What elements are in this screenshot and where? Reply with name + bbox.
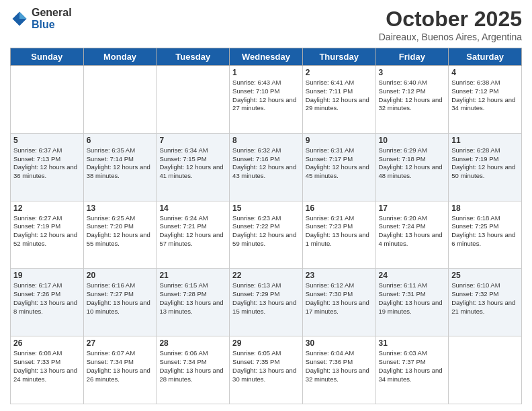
day-number: 25 — [451, 271, 519, 280]
day-info: Sunrise: 6:25 AM Sunset: 7:20 PM Dayligh… — [87, 214, 154, 248]
day-number: 19 — [13, 271, 81, 280]
day-number: 8 — [232, 136, 300, 145]
day-header-friday: Friday — [375, 48, 449, 66]
calendar-cell: 28Sunrise: 6:06 AM Sunset: 7:34 PM Dayli… — [157, 336, 230, 404]
day-number: 13 — [87, 203, 154, 213]
month-title: October 2025 — [379, 7, 522, 32]
day-info: Sunrise: 6:40 AM Sunset: 7:12 PM Dayligh… — [379, 79, 446, 113]
calendar: SundayMondayTuesdayWednesdayThursdayFrid… — [10, 48, 522, 404]
calendar-cell — [83, 66, 157, 134]
day-number: 7 — [159, 136, 226, 145]
day-number: 26 — [13, 338, 81, 348]
day-number: 4 — [451, 68, 519, 77]
calendar-cell: 2Sunrise: 6:41 AM Sunset: 7:11 PM Daylig… — [302, 66, 375, 134]
day-number: 27 — [87, 338, 154, 348]
day-info: Sunrise: 6:11 AM Sunset: 7:31 PM Dayligh… — [379, 281, 446, 316]
day-info: Sunrise: 6:29 AM Sunset: 7:18 PM Dayligh… — [379, 146, 446, 181]
calendar-cell: 12Sunrise: 6:27 AM Sunset: 7:19 PM Dayli… — [11, 201, 84, 269]
day-number: 21 — [159, 271, 226, 280]
calendar-cell: 30Sunrise: 6:04 AM Sunset: 7:36 PM Dayli… — [302, 336, 375, 404]
day-info: Sunrise: 6:21 AM Sunset: 7:23 PM Dayligh… — [306, 214, 373, 248]
week-row-5: 26Sunrise: 6:08 AM Sunset: 7:33 PM Dayli… — [11, 336, 522, 404]
calendar-cell — [157, 66, 230, 134]
day-number: 22 — [232, 271, 300, 280]
day-info: Sunrise: 6:28 AM Sunset: 7:19 PM Dayligh… — [451, 146, 519, 181]
day-info: Sunrise: 6:18 AM Sunset: 7:25 PM Dayligh… — [451, 214, 519, 248]
logo-text: General Blue — [32, 7, 72, 30]
logo-icon — [10, 9, 29, 28]
day-number: 5 — [13, 136, 81, 145]
calendar-cell: 19Sunrise: 6:17 AM Sunset: 7:26 PM Dayli… — [11, 269, 84, 336]
day-header-tuesday: Tuesday — [157, 48, 230, 66]
calendar-cell: 14Sunrise: 6:24 AM Sunset: 7:21 PM Dayli… — [157, 201, 230, 269]
day-number: 6 — [87, 136, 154, 145]
calendar-cell: 26Sunrise: 6:08 AM Sunset: 7:33 PM Dayli… — [11, 336, 84, 404]
day-info: Sunrise: 6:10 AM Sunset: 7:32 PM Dayligh… — [451, 281, 519, 316]
calendar-cell: 17Sunrise: 6:20 AM Sunset: 7:24 PM Dayli… — [375, 201, 449, 269]
title-block: October 2025 Daireaux, Buenos Aires, Arg… — [379, 7, 522, 42]
page: General Blue October 2025 Daireaux, Buen… — [0, 0, 532, 411]
day-info: Sunrise: 6:20 AM Sunset: 7:24 PM Dayligh… — [379, 214, 446, 248]
location: Daireaux, Buenos Aires, Argentina — [379, 32, 522, 42]
day-info: Sunrise: 6:17 AM Sunset: 7:26 PM Dayligh… — [13, 281, 81, 316]
calendar-cell: 8Sunrise: 6:32 AM Sunset: 7:16 PM Daylig… — [230, 133, 303, 201]
day-info: Sunrise: 6:06 AM Sunset: 7:34 PM Dayligh… — [159, 349, 226, 383]
day-number: 23 — [306, 271, 373, 280]
day-info: Sunrise: 6:27 AM Sunset: 7:19 PM Dayligh… — [13, 214, 81, 248]
calendar-cell: 25Sunrise: 6:10 AM Sunset: 7:32 PM Dayli… — [449, 269, 522, 336]
calendar-cell — [449, 336, 522, 404]
calendar-cell: 3Sunrise: 6:40 AM Sunset: 7:12 PM Daylig… — [375, 66, 449, 134]
calendar-cell: 7Sunrise: 6:34 AM Sunset: 7:15 PM Daylig… — [157, 133, 230, 201]
day-info: Sunrise: 6:37 AM Sunset: 7:13 PM Dayligh… — [13, 146, 81, 181]
logo-general-label: General — [32, 7, 72, 19]
calendar-cell: 11Sunrise: 6:28 AM Sunset: 7:19 PM Dayli… — [449, 133, 522, 201]
day-number: 31 — [379, 338, 446, 348]
day-info: Sunrise: 6:32 AM Sunset: 7:16 PM Dayligh… — [232, 146, 300, 181]
day-number: 28 — [159, 338, 226, 348]
day-info: Sunrise: 6:43 AM Sunset: 7:10 PM Dayligh… — [232, 79, 300, 113]
day-info: Sunrise: 6:38 AM Sunset: 7:12 PM Dayligh… — [451, 79, 519, 113]
calendar-cell: 5Sunrise: 6:37 AM Sunset: 7:13 PM Daylig… — [11, 133, 84, 201]
day-info: Sunrise: 6:31 AM Sunset: 7:17 PM Dayligh… — [306, 146, 373, 181]
day-number: 14 — [159, 203, 226, 213]
calendar-cell: 13Sunrise: 6:25 AM Sunset: 7:20 PM Dayli… — [83, 201, 157, 269]
logo: General Blue — [10, 7, 72, 30]
calendar-cell: 6Sunrise: 6:35 AM Sunset: 7:14 PM Daylig… — [83, 133, 157, 201]
day-info: Sunrise: 6:15 AM Sunset: 7:28 PM Dayligh… — [159, 281, 226, 316]
day-info: Sunrise: 6:12 AM Sunset: 7:30 PM Dayligh… — [306, 281, 373, 316]
calendar-cell: 10Sunrise: 6:29 AM Sunset: 7:18 PM Dayli… — [375, 133, 449, 201]
calendar-cell: 31Sunrise: 6:03 AM Sunset: 7:37 PM Dayli… — [375, 336, 449, 404]
calendar-cell: 27Sunrise: 6:07 AM Sunset: 7:34 PM Dayli… — [83, 336, 157, 404]
day-number: 2 — [306, 68, 373, 77]
day-number: 15 — [232, 203, 300, 213]
day-header-wednesday: Wednesday — [230, 48, 303, 66]
day-number: 20 — [87, 271, 154, 280]
calendar-cell: 18Sunrise: 6:18 AM Sunset: 7:25 PM Dayli… — [449, 201, 522, 269]
week-row-4: 19Sunrise: 6:17 AM Sunset: 7:26 PM Dayli… — [11, 269, 522, 336]
day-number: 9 — [306, 136, 373, 145]
day-info: Sunrise: 6:35 AM Sunset: 7:14 PM Dayligh… — [87, 146, 154, 181]
day-header-monday: Monday — [83, 48, 157, 66]
calendar-cell: 4Sunrise: 6:38 AM Sunset: 7:12 PM Daylig… — [449, 66, 522, 134]
day-info: Sunrise: 6:24 AM Sunset: 7:21 PM Dayligh… — [159, 214, 226, 248]
day-number: 11 — [451, 136, 519, 145]
day-info: Sunrise: 6:34 AM Sunset: 7:15 PM Dayligh… — [159, 146, 226, 181]
day-number: 17 — [379, 203, 446, 213]
calendar-cell: 15Sunrise: 6:23 AM Sunset: 7:22 PM Dayli… — [230, 201, 303, 269]
day-info: Sunrise: 6:05 AM Sunset: 7:35 PM Dayligh… — [232, 349, 300, 383]
calendar-cell — [11, 66, 84, 134]
day-info: Sunrise: 6:23 AM Sunset: 7:22 PM Dayligh… — [232, 214, 300, 248]
day-number: 12 — [13, 203, 81, 213]
day-info: Sunrise: 6:41 AM Sunset: 7:11 PM Dayligh… — [306, 79, 373, 113]
week-row-1: 1Sunrise: 6:43 AM Sunset: 7:10 PM Daylig… — [11, 66, 522, 134]
calendar-cell: 16Sunrise: 6:21 AM Sunset: 7:23 PM Dayli… — [302, 201, 375, 269]
day-header-thursday: Thursday — [302, 48, 375, 66]
svg-marker-1 — [19, 11, 27, 19]
day-number: 18 — [451, 203, 519, 213]
day-number: 1 — [232, 68, 300, 77]
day-info: Sunrise: 6:16 AM Sunset: 7:27 PM Dayligh… — [87, 281, 154, 316]
day-info: Sunrise: 6:08 AM Sunset: 7:33 PM Dayligh… — [13, 349, 81, 383]
day-header-sunday: Sunday — [11, 48, 84, 66]
calendar-cell: 22Sunrise: 6:13 AM Sunset: 7:29 PM Dayli… — [230, 269, 303, 336]
day-number: 3 — [379, 68, 446, 77]
